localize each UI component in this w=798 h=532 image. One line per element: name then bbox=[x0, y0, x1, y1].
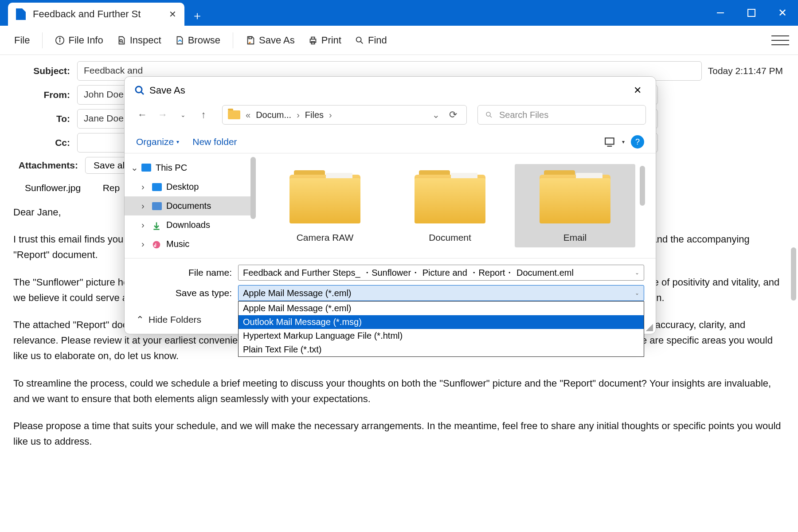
svg-line-14 bbox=[490, 116, 492, 117]
folder-icon bbox=[540, 170, 610, 223]
separator bbox=[233, 32, 233, 48]
tab-close-icon[interactable]: ✕ bbox=[169, 9, 176, 20]
type-option[interactable]: Apple Mail Message (*.eml) bbox=[239, 301, 644, 315]
downloads-icon bbox=[152, 221, 162, 229]
chevron-down-icon[interactable]: ⌄ bbox=[131, 162, 137, 173]
maximize-button[interactable] bbox=[736, 0, 767, 26]
svg-line-4 bbox=[122, 41, 123, 43]
browse-button[interactable]: Browse bbox=[169, 32, 226, 49]
type-option[interactable]: Hypertext Markup Language File (*.html) bbox=[239, 329, 644, 343]
nav-recent-button[interactable]: ⌄ bbox=[175, 107, 191, 123]
browse-icon bbox=[175, 35, 184, 45]
desktop-icon bbox=[152, 183, 162, 191]
dialog-app-icon bbox=[134, 85, 145, 96]
minimize-button[interactable] bbox=[705, 0, 736, 26]
hide-folders-button[interactable]: ⌃ Hide Folders bbox=[136, 314, 201, 325]
info-icon bbox=[55, 35, 65, 45]
window-close-button[interactable]: ✕ bbox=[767, 0, 798, 26]
chevron-right-icon[interactable]: › bbox=[141, 239, 148, 249]
save-as-button[interactable]: Save As bbox=[240, 32, 300, 49]
file-menu[interactable]: File bbox=[9, 32, 35, 49]
tab-title: Feedback and Further St bbox=[33, 8, 141, 20]
view-dropdown-icon[interactable]: ▾ bbox=[622, 139, 625, 145]
chevron-right-icon[interactable]: › bbox=[141, 220, 148, 230]
tree-item-downloads[interactable]: › Downloads bbox=[125, 215, 250, 235]
folder-item[interactable]: Document bbox=[390, 164, 510, 247]
save-type-label: Save as type: bbox=[136, 288, 238, 298]
breadcrumb-dropdown-icon[interactable]: ⌄ bbox=[432, 110, 440, 120]
chevron-right-icon[interactable]: › bbox=[141, 182, 148, 192]
folder-icon bbox=[415, 170, 485, 223]
svg-line-10 bbox=[361, 41, 363, 43]
file-info-button[interactable]: File Info bbox=[50, 32, 108, 49]
tree-item-music[interactable]: › Music bbox=[125, 235, 250, 254]
search-input[interactable]: Search Files bbox=[477, 105, 646, 125]
file-name-label: File name: bbox=[136, 267, 238, 278]
folder-icon bbox=[289, 170, 360, 223]
chevron-up-icon: ⌃ bbox=[136, 314, 144, 325]
search-icon bbox=[485, 111, 493, 119]
folder-icon bbox=[228, 110, 240, 119]
svg-rect-5 bbox=[249, 36, 251, 39]
document-icon bbox=[16, 8, 26, 20]
breadcrumb-segment[interactable]: Docum... bbox=[256, 110, 291, 120]
dropdown-icon[interactable]: ⌄ bbox=[635, 270, 639, 276]
window-controls: ✕ bbox=[705, 0, 798, 26]
new-tab-button[interactable]: ＋ bbox=[187, 5, 207, 26]
new-folder-button[interactable]: New folder bbox=[192, 137, 237, 147]
view-mode-button[interactable] bbox=[604, 137, 616, 147]
save-as-dialog: Save As ✕ ← → ⌄ ↑ « Docum... › Files › ⌄… bbox=[124, 76, 656, 334]
nav-back-button[interactable]: ← bbox=[134, 107, 150, 123]
folder-grid: Camera RAW Document Email bbox=[256, 153, 656, 258]
tree-scrollbar[interactable] bbox=[250, 157, 256, 219]
search-placeholder: Search Files bbox=[499, 110, 548, 120]
chevron-right-icon[interactable]: › bbox=[141, 201, 148, 211]
timestamp: Today 2:11:47 PM bbox=[708, 66, 787, 76]
nav-up-button[interactable]: ↑ bbox=[196, 107, 211, 123]
dropdown-icon[interactable]: ⌄ bbox=[635, 290, 639, 296]
to-label: To: bbox=[11, 113, 77, 124]
type-option-hover[interactable]: Outlook Mail Message (*.msg) bbox=[239, 315, 644, 329]
svg-point-9 bbox=[356, 37, 361, 42]
window-tab[interactable]: Feedback and Further St ✕ bbox=[8, 3, 184, 26]
attachment-item[interactable]: Sunflower.jpg bbox=[15, 178, 90, 198]
main-toolbar: File File Info Inspect Browse Save As Pr… bbox=[0, 26, 798, 55]
folder-item[interactable]: Camera RAW bbox=[265, 164, 385, 247]
inspect-icon bbox=[117, 35, 126, 45]
svg-point-19 bbox=[153, 241, 160, 248]
title-bar: Feedback and Further St ✕ ＋ ✕ bbox=[0, 0, 798, 26]
refresh-button[interactable]: ⟳ bbox=[445, 107, 461, 123]
from-label: From: bbox=[11, 90, 77, 100]
inspect-button[interactable]: Inspect bbox=[111, 32, 167, 49]
dialog-close-button[interactable]: ✕ bbox=[629, 83, 646, 98]
folder-label: Document bbox=[392, 232, 508, 243]
save-icon bbox=[246, 35, 255, 45]
svg-point-2 bbox=[60, 38, 61, 39]
body-scrollbar[interactable] bbox=[791, 247, 796, 301]
breadcrumb-segment[interactable]: Files bbox=[305, 110, 324, 120]
save-type-dropdown-list: Apple Mail Message (*.eml) Outlook Mail … bbox=[238, 301, 644, 357]
grid-scrollbar[interactable] bbox=[640, 166, 645, 206]
chevron-right-icon: › bbox=[297, 110, 300, 120]
save-type-select[interactable]: Apple Mail Message (*.eml) ⌄ bbox=[238, 285, 644, 301]
breadcrumb-bar[interactable]: « Docum... › Files › ⌄ ⟳ bbox=[222, 105, 467, 125]
find-button[interactable]: Find bbox=[349, 32, 392, 49]
file-name-input[interactable]: Feedback and Further Steps_ ・Sunflower・ … bbox=[238, 265, 644, 281]
resize-grip[interactable] bbox=[646, 324, 653, 331]
type-option[interactable]: Plain Text File (*.txt) bbox=[239, 343, 644, 356]
print-icon bbox=[308, 35, 318, 45]
tree-item-desktop[interactable]: › Desktop bbox=[125, 177, 250, 196]
tree-item-documents[interactable]: › Documents bbox=[125, 196, 250, 215]
folder-item-selected[interactable]: Email bbox=[515, 164, 635, 247]
help-button[interactable]: ? bbox=[631, 135, 644, 149]
organize-menu[interactable]: Organize ▾ bbox=[136, 137, 179, 147]
print-button[interactable]: Print bbox=[303, 32, 347, 49]
tree-item-this-pc[interactable]: ⌄ This PC bbox=[125, 158, 250, 177]
svg-point-11 bbox=[136, 86, 142, 93]
chevron-icon: « bbox=[246, 110, 250, 120]
svg-line-12 bbox=[141, 92, 144, 94]
hamburger-menu[interactable] bbox=[771, 34, 789, 47]
pc-icon bbox=[141, 164, 151, 172]
folder-label: Camera RAW bbox=[267, 232, 383, 243]
nav-forward-button[interactable]: → bbox=[155, 107, 171, 123]
